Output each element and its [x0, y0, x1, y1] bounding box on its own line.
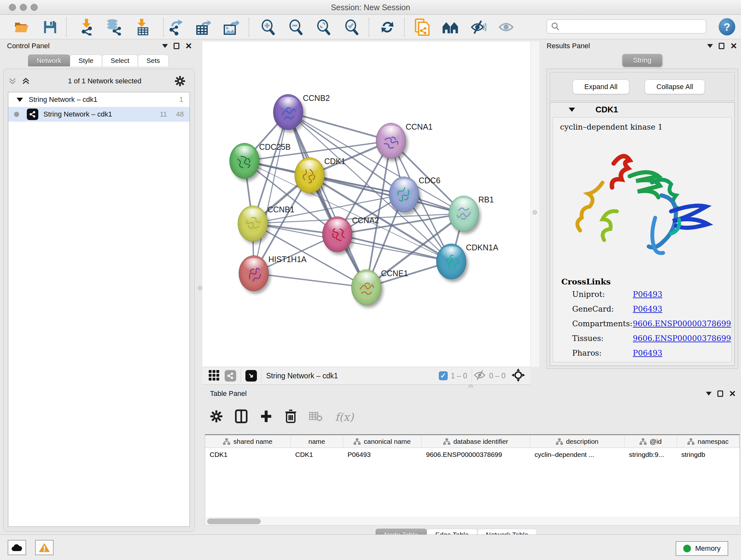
birdseye-grid-icon[interactable]	[208, 369, 219, 382]
table-cell[interactable]: CDK1	[205, 451, 291, 458]
float-results-icon[interactable]	[719, 43, 724, 49]
gene-disclosure-icon[interactable]	[569, 108, 575, 112]
column-header-canonical-name[interactable]: canonical name	[343, 435, 421, 448]
show-all-icon[interactable]	[498, 19, 515, 36]
network-node-ccnb1[interactable]	[238, 206, 268, 241]
close-table-icon[interactable]: ✕	[729, 390, 736, 397]
collection-disclosure-icon[interactable]	[17, 98, 23, 102]
network-node-cdkn1a[interactable]	[436, 244, 466, 279]
export-table-icon[interactable]	[195, 19, 212, 36]
collapse-all-networks-icon[interactable]	[8, 77, 17, 85]
string-view-icon[interactable]	[225, 370, 236, 381]
float-panel-icon[interactable]	[174, 43, 179, 49]
right-splitter[interactable]	[530, 42, 539, 367]
column-header-database-identifier[interactable]: database identifier	[421, 435, 530, 448]
column-header-namespac[interactable]: namespac	[677, 435, 739, 448]
network-node-hist1h1a[interactable]	[239, 255, 269, 291]
network-node-ccnb2[interactable]	[273, 94, 303, 130]
float-table-icon[interactable]	[718, 390, 723, 397]
table-panel: Table Panel ✕	[202, 388, 741, 533]
network-node-ccna1[interactable]	[376, 123, 406, 159]
hide-selected-icon[interactable]	[470, 19, 487, 36]
collapse-results-icon[interactable]	[707, 44, 713, 48]
import-network-file-icon[interactable]	[78, 19, 95, 36]
open-session-icon[interactable]	[13, 19, 30, 36]
gene-entry-header[interactable]: CDK1	[550, 103, 734, 117]
tissues-link[interactable]: 9606.ENSP00000378699	[633, 334, 731, 343]
expand-all-button[interactable]: Expand All	[572, 79, 629, 94]
uniprot-link[interactable]: P06493	[633, 290, 663, 299]
table-cell[interactable]: stringdb:9...	[624, 451, 677, 458]
table-horizontal-scrollbar[interactable]	[205, 517, 740, 525]
table-cell[interactable]: 9606.ENSP00000378699	[421, 451, 530, 458]
left-splitter[interactable]	[198, 39, 202, 534]
collapse-all-button[interactable]: Collapse All	[645, 79, 705, 94]
cloud-icon	[11, 543, 23, 552]
tab-sets[interactable]: Sets	[138, 55, 169, 66]
collapse-table-icon[interactable]	[706, 392, 712, 395]
network-node-rb1[interactable]	[449, 196, 479, 232]
column-header-description[interactable]: description	[530, 435, 624, 448]
zoom-in-icon[interactable]	[260, 19, 276, 36]
memory-label: Memory	[695, 544, 721, 553]
add-column-icon[interactable]	[260, 409, 273, 425]
table-cell[interactable]: stringdb	[677, 451, 739, 458]
zoom-selected-icon[interactable]	[343, 19, 360, 36]
collapse-panel-icon[interactable]	[162, 44, 168, 48]
network-node-ccne1[interactable]	[351, 269, 381, 305]
expand-all-networks-icon[interactable]	[21, 77, 30, 85]
tab-style[interactable]: Style	[70, 55, 102, 66]
selected-nodes-checkbox-icon[interactable]: ✓	[439, 371, 448, 380]
compartments-link[interactable]: 9606.ENSP00000378699	[633, 319, 731, 328]
clone-network-icon[interactable]	[414, 19, 430, 36]
table-row[interactable]: CDK1CDK1P064939606.ENSP00000378699cyclin…	[205, 448, 739, 461]
network-row[interactable]: String Network – cdk1 11 48	[8, 107, 190, 122]
tab-network[interactable]: Network	[28, 55, 70, 66]
save-session-icon[interactable]	[42, 19, 58, 36]
protein-thumbnail-icon	[328, 225, 347, 246]
network-options-gear-icon[interactable]	[175, 76, 185, 86]
protein-thumbnail-icon	[235, 151, 255, 172]
network-label: String Network – cdk1	[44, 110, 112, 118]
tab-string-results[interactable]: String	[622, 54, 662, 67]
cloud-status-button[interactable]	[8, 540, 26, 555]
protein-thumbnail-icon	[442, 252, 461, 273]
show-columns-icon[interactable]	[235, 409, 248, 425]
genecard-link[interactable]: P06493	[633, 305, 663, 314]
help-icon[interactable]: ?	[719, 18, 735, 36]
import-network-database-icon[interactable]	[105, 19, 122, 36]
network-collection-row[interactable]: String Network – cdk1 1	[8, 92, 190, 107]
tab-select[interactable]: Select	[102, 55, 138, 66]
column-header-shared-name[interactable]: shared name	[205, 435, 291, 448]
close-panel-icon[interactable]: ✕	[185, 43, 192, 49]
network-canvas[interactable]: CCNB2CCNA1CDC25BCDK1CDC6RB1CCNB1CCNA2CDK…	[202, 42, 530, 367]
table-cell[interactable]: CDK1	[291, 451, 343, 458]
memory-button[interactable]: Memory	[676, 541, 728, 556]
network-node-cdc6[interactable]	[389, 177, 419, 212]
delete-column-trash-icon[interactable]	[285, 409, 297, 425]
export-network-icon[interactable]	[167, 19, 184, 36]
network-node-cdk1[interactable]	[294, 158, 325, 193]
pharos-link[interactable]: P06493	[633, 349, 663, 358]
export-image-icon[interactable]	[223, 19, 239, 36]
hidden-eye-icon[interactable]	[473, 370, 486, 382]
network-node-ccna2[interactable]	[322, 216, 352, 252]
table-cell[interactable]: cyclin–dependent ...	[530, 451, 624, 458]
search-input[interactable]	[563, 20, 706, 33]
network-node-cdc25b[interactable]	[229, 143, 259, 179]
refresh-icon[interactable]	[379, 19, 396, 36]
open-in-new-window-icon[interactable]	[246, 370, 257, 381]
zoom-fit-icon[interactable]	[315, 19, 332, 36]
column-header--id[interactable]: @id	[624, 435, 677, 448]
table-options-gear-icon[interactable]	[210, 410, 223, 424]
import-table-file-icon[interactable]	[134, 19, 151, 36]
zoom-out-icon[interactable]	[287, 19, 304, 36]
column-header-name[interactable]: name	[291, 435, 343, 448]
network-view-title: String Network – cdk1	[266, 372, 338, 380]
scrollbar-thumb[interactable]	[207, 518, 261, 524]
first-neighbors-icon[interactable]	[442, 19, 459, 36]
table-cell[interactable]: P06493	[343, 451, 421, 458]
close-results-icon[interactable]: ✕	[730, 43, 737, 49]
warnings-button[interactable]	[35, 540, 54, 555]
fit-content-crosshair-icon[interactable]	[511, 368, 525, 383]
